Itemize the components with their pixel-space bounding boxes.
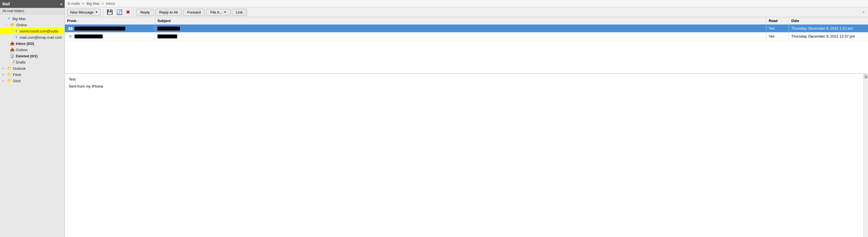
delete-icon: ✖	[126, 9, 130, 15]
breadcrumb: E-mails > Big Mac > Inbox	[65, 0, 868, 7]
email-date-cell: Thursday, December 9, 2021 1:22 pm	[789, 25, 868, 32]
sidebar-item-label: onmicrosoft.com@outlo	[20, 29, 58, 33]
column-read[interactable]: Read	[767, 17, 789, 24]
email-subject-cell	[155, 25, 767, 32]
column-from-label: From	[67, 19, 76, 23]
dropdown-arrow-icon: ▼	[95, 11, 98, 13]
reply-to-all-label: Reply to All	[159, 10, 178, 14]
email-subject-cell	[155, 33, 767, 40]
breadcrumb-part-3: Inbox	[106, 1, 115, 6]
sidebar-item-drafts[interactable]: 📝 Drafts	[0, 59, 65, 65]
sidebar-item-imap-account[interactable]: 📧 mail.com@imap.mail.com	[0, 34, 65, 40]
file-it-label: File it...	[210, 10, 222, 14]
sidebar-item-label: Drafts	[16, 60, 26, 64]
folder-icon: 📁	[7, 72, 12, 77]
folder-icon: 📁	[7, 66, 12, 71]
expand-icon: +	[2, 73, 6, 76]
email-type-icon: 📧	[67, 34, 73, 39]
subject-redacted	[157, 27, 180, 30]
sidebar: Mail « All mail folders 📧 Big Mac − 📂 On…	[0, 0, 65, 237]
scroll-up-button[interactable]: ▲	[864, 75, 868, 79]
sidebar-item-filed[interactable]: + 📁 Filed	[0, 71, 65, 78]
column-date-label: Date	[791, 19, 799, 23]
column-date[interactable]: Date	[789, 17, 868, 24]
new-message-label: New Message	[70, 10, 93, 14]
deleted-icon: 🗑️	[9, 53, 15, 58]
folder-icon: 📂	[10, 22, 15, 27]
email-type-icon: 📧	[67, 26, 73, 31]
sidebar-item-inbox[interactable]: 📥 Inbox (0/2)	[0, 40, 65, 47]
subject-redacted	[157, 34, 177, 38]
breadcrumb-part-2: Big Mac	[86, 1, 100, 6]
sidebar-item-label: Deleted (0/1)	[16, 54, 37, 58]
reply-to-all-button[interactable]: Reply to All	[155, 9, 182, 16]
sidebar-item-deleted[interactable]: 🗑️ Deleted (0/1)	[0, 53, 65, 59]
table-row[interactable]: 📧 Yes Thursday, December 9, 2021 12:37 p…	[65, 32, 868, 40]
sidebar-collapse-btn[interactable]: «	[60, 2, 62, 6]
sidebar-item-outlook-account[interactable]: 📧 onmicrosoft.com@outlo	[0, 28, 65, 34]
preview-line-2: Sent from my iPhone	[69, 84, 864, 88]
email-from-cell: 📧	[65, 25, 155, 32]
outbox-icon: 📤	[9, 47, 15, 52]
mail-icon: 📧	[13, 29, 19, 34]
email-list: From Subject Read Date 📧 Yes Thursday, D…	[65, 17, 868, 74]
toolbar: New Message ▼ 💾 🔄 ✖ Reply Reply to All F…	[65, 7, 868, 17]
mail-icon: 📧	[13, 35, 19, 40]
inbox-icon: 📥	[9, 41, 15, 46]
mail-icon: 📧	[6, 16, 11, 21]
breadcrumb-sep-2: >	[102, 1, 105, 6]
toolbar-more-button[interactable]: »	[862, 9, 866, 15]
toolbar-separator-1	[103, 9, 103, 16]
sidebar-title: Mail	[2, 2, 10, 6]
email-date-cell: Thursday, December 9, 2021 12:37 pm	[789, 33, 868, 40]
drafts-icon: 📝	[9, 60, 15, 65]
column-subject-label: Subject	[157, 19, 171, 23]
preview-pane: Test Sent from my iPhone ▲	[65, 74, 868, 237]
sidebar-header: Mail «	[0, 0, 65, 8]
column-read-label: Read	[769, 19, 778, 23]
save-icon: 💾	[107, 9, 113, 15]
sidebar-item-label: Outlook	[13, 66, 26, 70]
table-row[interactable]: 📧 Yes Thursday, December 9, 2021 1:22 pm	[65, 25, 868, 32]
email-read-cell: Yes	[767, 33, 789, 40]
file-it-dropdown-icon: ▼	[224, 11, 226, 13]
link-label: Link	[236, 10, 243, 14]
sidebar-subheader: All mail folders	[0, 8, 65, 14]
reply-label: Reply	[140, 10, 150, 14]
preview-line-1: Test	[69, 77, 864, 81]
sidebar-tree: 📧 Big Mac − 📂 Online 📧 onmicrosoft.com@o…	[0, 14, 65, 237]
sidebar-item-label: Online	[17, 23, 27, 27]
forward-label: Forward	[187, 10, 201, 14]
link-button[interactable]: Link	[232, 9, 247, 16]
sidebar-item-label: Sent	[13, 79, 21, 83]
sidebar-item-sent[interactable]: + 📁 Sent	[0, 78, 65, 84]
sidebar-item-label: Inbox (0/2)	[16, 41, 34, 46]
breadcrumb-sep-1: >	[82, 1, 85, 6]
file-it-button[interactable]: File it... ▼	[206, 9, 230, 16]
expand-icon: +	[2, 79, 6, 83]
sidebar-item-label: Big Mac	[12, 17, 26, 21]
column-subject[interactable]: Subject	[155, 17, 767, 24]
column-from[interactable]: From	[65, 17, 155, 24]
delete-button[interactable]: ✖	[125, 8, 131, 16]
breadcrumb-part-1: E-mails	[68, 1, 80, 6]
reply-button[interactable]: Reply	[136, 9, 154, 16]
new-message-button[interactable]: New Message ▼	[67, 9, 101, 16]
sidebar-item-label: mail.com@imap.mail.com	[20, 35, 62, 39]
expand-icon: +	[2, 67, 6, 70]
main-content: E-mails > Big Mac > Inbox New Message ▼ …	[65, 0, 868, 237]
refresh-button[interactable]: 🔄	[115, 8, 124, 16]
scrollbar[interactable]: ▲	[864, 74, 868, 237]
email-from-cell: 📧	[65, 33, 155, 40]
sidebar-item-online[interactable]: − 📂 Online	[0, 22, 65, 28]
from-redacted	[74, 34, 103, 38]
forward-button[interactable]: Forward	[183, 9, 205, 16]
sidebar-item-big-mac[interactable]: 📧 Big Mac	[0, 16, 65, 22]
collapse-icon: −	[6, 24, 9, 27]
sidebar-item-outbox[interactable]: 📤 Outbox	[0, 47, 65, 53]
email-list-header: From Subject Read Date	[65, 17, 868, 25]
save-button[interactable]: 💾	[105, 8, 114, 16]
sidebar-item-outlook[interactable]: + 📁 Outlook	[0, 65, 65, 71]
email-read-cell: Yes	[767, 25, 789, 32]
refresh-icon: 🔄	[116, 9, 122, 15]
